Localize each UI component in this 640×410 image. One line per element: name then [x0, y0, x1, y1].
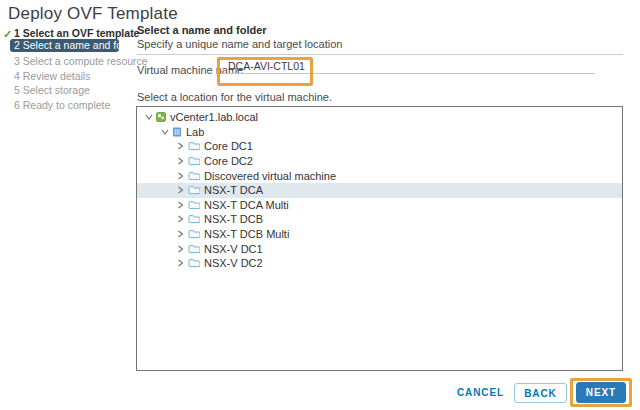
back-button[interactable]: BACK [514, 383, 567, 403]
tree-item-nsx-v-dc2[interactable]: NSX-V DC2 [137, 256, 622, 271]
tree-item-nsx-t-dca-multi[interactable]: NSX-T DCA Multi [137, 198, 622, 213]
page-subheading: Specify a unique name and target locatio… [137, 38, 342, 50]
folder-icon [188, 214, 200, 224]
step-label: 1 Select an OVF template [14, 27, 139, 39]
tree-item-nsx-t-dcb-multi[interactable]: NSX-T DCB Multi [137, 227, 622, 242]
folder-icon [188, 229, 200, 239]
tree-item-core-dc1[interactable]: Core DC1 [137, 139, 622, 154]
tree-item-label: NSX-T DCB Multi [204, 228, 289, 240]
folder-tree: vCenter1.lab.local Lab Core DC1 [136, 106, 623, 371]
tree-item-label: NSX-T DCA Multi [204, 199, 289, 211]
tree-item-label: Discovered virtual machine [204, 170, 336, 182]
step-ready-to-complete[interactable]: 6 Ready to complete [14, 99, 110, 111]
page-heading: Select a name and folder [137, 24, 267, 36]
chevron-right-icon[interactable] [176, 201, 185, 209]
step-label: 4 Review details [14, 70, 90, 82]
tree-item-label: vCenter1.lab.local [170, 111, 258, 123]
step-review-details[interactable]: 4 Review details [14, 70, 90, 82]
tree-item-nsx-t-dcb[interactable]: NSX-T DCB [137, 212, 622, 227]
deploy-ovf-template-wizard: Deploy OVF Template ✓ 1 Select an OVF te… [0, 0, 640, 410]
chevron-right-icon[interactable] [176, 230, 185, 238]
chevron-right-icon[interactable] [176, 142, 185, 150]
chevron-right-icon[interactable] [176, 157, 185, 165]
folder-icon [188, 244, 200, 254]
vm-name-input[interactable] [222, 59, 595, 74]
chevron-down-icon[interactable] [160, 128, 169, 136]
chevron-down-icon[interactable] [144, 113, 153, 121]
chevron-right-icon[interactable] [176, 259, 185, 267]
step-label: 6 Ready to complete [14, 99, 110, 111]
tree-item-core-dc2[interactable]: Core DC2 [137, 154, 622, 169]
cancel-button[interactable]: CANCEL [451, 383, 510, 402]
chevron-right-icon[interactable] [176, 245, 185, 253]
datacenter-icon [172, 127, 182, 137]
tree-item-label: Core DC2 [204, 155, 253, 167]
tree-item-vcenter1[interactable]: vCenter1.lab.local [137, 110, 622, 125]
next-button[interactable]: NEXT [576, 382, 626, 403]
folder-icon [188, 185, 200, 195]
step-select-storage[interactable]: 5 Select storage [14, 84, 90, 96]
page-title: Deploy OVF Template [8, 4, 178, 24]
folder-icon [188, 156, 200, 166]
chevron-right-icon[interactable] [176, 186, 185, 194]
tree-item-label: NSX-T DCB [204, 213, 263, 225]
folder-icon [188, 200, 200, 210]
tree-item-nsx-v-dc1[interactable]: NSX-V DC1 [137, 241, 622, 256]
chevron-right-icon[interactable] [176, 172, 185, 180]
tree-item-discovered-virtual-machine[interactable]: Discovered virtual machine [137, 168, 622, 183]
tree-item-label: NSX-T DCA [204, 184, 263, 196]
step-label: 5 Select storage [14, 84, 90, 96]
step-label: 2 Select a name and folder [14, 39, 140, 51]
chevron-right-icon[interactable] [176, 215, 185, 223]
vcenter-icon [156, 112, 166, 122]
tree-item-label: Core DC1 [204, 140, 253, 152]
step-select-compute-resource[interactable]: 3 Select a compute resource [14, 55, 148, 67]
folder-icon [188, 171, 200, 181]
tree-item-label: Lab [186, 126, 204, 138]
step-select-ovf-template[interactable]: 1 Select an OVF template [14, 27, 139, 39]
folder-icon [188, 141, 200, 151]
step-select-name-and-folder[interactable]: 2 Select a name and folder [10, 39, 119, 52]
folder-icon [188, 258, 200, 268]
separator-line [137, 54, 623, 55]
location-label: Select a location for the virtual machin… [137, 91, 332, 103]
tree-item-label: NSX-V DC2 [204, 257, 263, 269]
tree-item-nsx-t-dca[interactable]: NSX-T DCA [137, 183, 622, 198]
tree-item-lab[interactable]: Lab [137, 125, 622, 140]
tree-item-label: NSX-V DC1 [204, 243, 263, 255]
step-label: 3 Select a compute resource [14, 55, 148, 67]
